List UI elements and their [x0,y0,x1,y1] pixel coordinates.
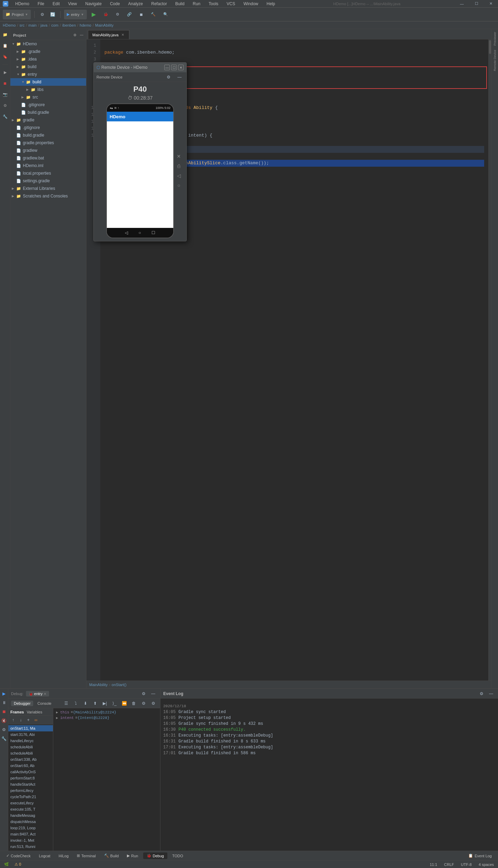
frames-icon[interactable]: ☰ [62,700,70,707]
bottom-tab-terminal[interactable]: ⊞ Terminal [73,852,99,859]
remote-panel-close-btn[interactable]: ✕ [178,65,184,70]
debug-side-btn-4[interactable]: ⚙ [1,101,9,110]
tab-mainability[interactable]: MainAbility.java ✕ [88,30,129,39]
frame-item-5[interactable]: onStart:338, Ab [8,756,53,763]
project-settings-icon[interactable]: ⚙ [73,33,76,37]
frame-item-9[interactable]: handleStartAct [8,781,53,787]
remote-settings-btn[interactable]: ⚙ [164,73,173,81]
phone-back-btn[interactable]: ◁ [125,230,128,235]
debug-settings-icon[interactable]: ⚙ [139,690,148,698]
status-warnings[interactable]: ⚠ 0 [13,861,22,867]
menu-edit[interactable]: Edit [51,1,61,7]
tree-item-entry[interactable]: ▼ 📁 entry [10,71,86,78]
debug-minimize-icon[interactable]: — [149,690,157,698]
bottom-tab-logcat[interactable]: Logcat [35,853,54,859]
minimize-button[interactable]: — [457,0,467,8]
phone-home-btn[interactable]: ○ [138,230,141,235]
frame-item-2[interactable]: handleLifecyc [8,738,53,744]
console-tab[interactable]: Console [35,701,54,706]
debug-settings-btn[interactable]: ⚙ [1,726,8,733]
debug-resume-btn[interactable]: ▶ [1,690,8,697]
frame-item-3[interactable]: scheduleAbili [8,744,53,750]
status-crlf[interactable]: CRLF [443,862,455,867]
tree-item-gitignore-root[interactable]: 📄 .gitignore [10,124,86,131]
menu-tools[interactable]: Tools [207,1,220,7]
breadcrumb-main[interactable]: main [28,23,37,27]
frame-item-8[interactable]: performStart:8 [8,775,53,781]
breadcrumb-hdemo2[interactable]: hdemo [80,23,91,27]
frames-label[interactable]: Frames [10,710,24,714]
frame-item-4[interactable]: scheduleAbili [8,750,53,756]
bottom-tab-build[interactable]: 🔨 Build [101,852,122,859]
tree-item-build-entry[interactable]: ▼ 📁 build [10,78,86,86]
device-circle-btn[interactable]: ○ [175,182,182,189]
debug-side-btn-2[interactable]: ⏹ [1,79,9,87]
tree-item-hdemo[interactable]: ▼ 📁 HDemo [10,40,86,48]
device-close-btn[interactable]: ✕ [175,153,182,160]
remote-panel-minimize-btn[interactable]: — [164,65,170,70]
bottom-tab-run[interactable]: ▶ Run [123,852,141,859]
phone-recents-btn[interactable]: ☐ [151,230,155,235]
tree-item-gradle-props[interactable]: 📄 gradle.properties [10,139,86,147]
editor-nav-onstart[interactable]: onStart() [112,683,127,687]
debug-pause-btn[interactable]: ⏸ [1,699,8,706]
toolbar-sync-btn[interactable]: 🔄 [48,11,57,18]
gear-btn[interactable]: ⚙ [149,700,157,707]
tree-item-src[interactable]: ▶ 📁 src [10,93,86,101]
profile-button[interactable]: ⚙ [113,10,122,19]
debugger-tab[interactable]: Debugger [11,701,33,706]
debug-wrench-btn[interactable]: 🔧 [1,735,8,742]
tree-item-gradlew-bat[interactable]: 📄 gradlew.bat [10,154,86,162]
event-log-minimize-btn[interactable]: — [487,690,495,698]
frames-loop-icon[interactable]: ∞ [33,717,39,723]
frame-item-15[interactable]: dispatchMessa [8,819,53,825]
settings-btn[interactable]: ⚙ [139,700,148,707]
editor-scrollbar[interactable] [488,39,491,681]
remote-device-tab[interactable]: Remote Device [492,48,497,73]
debug-close-icon[interactable]: ✕ [44,692,46,696]
remote-panel-maximize-btn[interactable]: ☐ [171,65,177,70]
bottom-tab-todo[interactable]: TODO [169,853,187,859]
frame-item-6[interactable]: onStart:60, Ab [8,763,53,769]
bottom-tab-eventlog[interactable]: 📋 Event Log [465,852,495,859]
status-indent[interactable]: 4 spaces [477,862,495,867]
breadcrumb-ibenben[interactable]: ibenben [62,23,76,27]
debug-side-btn-3[interactable]: 📷 [1,90,9,99]
tree-item-gradle[interactable]: ▶ 📁 .gradle [10,48,86,55]
step-into-btn[interactable]: ⬇ [81,700,90,707]
tree-item-external-libs[interactable]: ▶ 📁 External Libraries [10,185,86,192]
maximize-button[interactable]: ☐ [472,0,481,8]
tree-item-scratches[interactable]: ▶ 📁 Scratches and Consoles [10,192,86,200]
menu-analyze[interactable]: Analyze [127,1,145,7]
evaluate-btn[interactable]: ⟩_ [110,700,119,707]
tree-item-idea[interactable]: ▶ 📁 .idea [10,55,86,63]
tree-item-build-gradle-root[interactable]: 📄 build.gradle [10,131,86,139]
drop-frame-btn[interactable]: ⏪ [120,700,128,707]
debug-stop-btn[interactable]: ⏹ [1,708,8,715]
tree-item-gitignore-entry[interactable]: 📄 .gitignore [10,101,86,109]
stop-button[interactable]: ⏹ [137,10,146,19]
search-button[interactable]: 🔍 [160,10,171,19]
trash-btn[interactable]: 🗑 [130,700,138,707]
bottom-tab-debug[interactable]: 🐞 Debug [143,852,167,859]
frame-item-7[interactable]: callActivityOnS [8,769,53,775]
frame-item-17[interactable]: main:8407, Act [8,831,53,837]
tree-item-build-root[interactable]: ▶ 📁 build [10,63,86,71]
var-item-this[interactable]: ▶ this = {MainAbility@12224} [55,710,159,715]
menu-hdemo[interactable]: HDemo [14,1,31,7]
project-collapse-icon[interactable]: — [80,33,83,37]
run-button[interactable]: ▶ [89,10,99,19]
status-position[interactable]: 11:1 [428,862,439,867]
debug-side-btn-5[interactable]: 🔧 [1,112,9,121]
structure-panel-btn[interactable]: 📋 [1,41,9,50]
menu-file[interactable]: File [36,1,46,7]
menu-view[interactable]: View [67,1,79,7]
status-charset[interactable]: UTF-8 [460,862,473,867]
project-selector[interactable]: 📁 Project ▼ [3,10,31,19]
tree-item-build-gradle-entry[interactable]: 📄 build.gradle [10,109,86,116]
tab-close-icon[interactable]: ✕ [121,33,125,37]
menu-build[interactable]: Build [174,1,186,7]
bookmarks-btn[interactable]: 🔖 [1,53,9,61]
build-button[interactable]: 🔨 [148,10,158,19]
menu-refactor[interactable]: Refactor [150,1,168,7]
